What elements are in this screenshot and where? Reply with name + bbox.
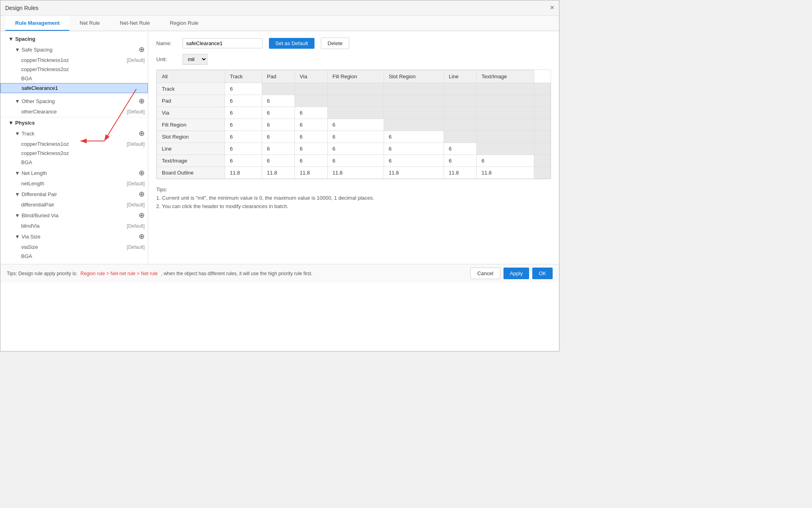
col-track[interactable]: Track (225, 70, 262, 83)
col-all[interactable]: All (157, 70, 225, 83)
cell[interactable] (262, 83, 295, 95)
col-via[interactable]: Via (295, 70, 328, 83)
apply-button[interactable]: Apply (504, 268, 529, 279)
blindvia-item[interactable]: blindVia [Default] (0, 221, 148, 230)
cell[interactable]: 6 (444, 143, 476, 155)
cell[interactable]: 6 (225, 131, 262, 143)
net-length-add-button[interactable]: ⊕ (139, 169, 145, 177)
cell[interactable]: 6 (225, 83, 262, 95)
cell[interactable]: 6 (384, 155, 444, 167)
differentialpair-item[interactable]: differentialPair [Default] (0, 200, 148, 209)
cell[interactable] (534, 95, 551, 107)
copper1oz-safe-item[interactable]: copperThickness1oz [Default] (0, 56, 148, 65)
cell[interactable]: 6 (328, 143, 384, 155)
cell[interactable] (534, 83, 551, 95)
cell[interactable] (384, 119, 444, 131)
cell[interactable]: 6 (225, 95, 262, 107)
cell[interactable]: 6 (225, 107, 262, 119)
copper1oz-track-item[interactable]: copperThickness1oz [Default] (0, 139, 148, 149)
cell[interactable] (444, 119, 476, 131)
cell[interactable]: 6 (444, 155, 476, 167)
track-add-button[interactable]: ⊕ (139, 129, 145, 138)
copper2oz-track-item[interactable]: copperThickness2oz (0, 149, 148, 158)
cell[interactable]: 11.8 (225, 167, 262, 179)
cell[interactable]: 11.8 (262, 167, 295, 179)
tab-net-rule[interactable]: Net Rule (70, 16, 110, 31)
cell[interactable]: 6 (328, 119, 384, 131)
cell[interactable] (534, 167, 551, 179)
cell[interactable]: 6 (262, 107, 295, 119)
diff-pair-section[interactable]: ▼ Differential Pair ⊕ (0, 188, 148, 200)
col-text-image[interactable]: Text/Image (476, 70, 534, 83)
tab-net-net-rule[interactable]: Net-Net Rule (110, 16, 160, 31)
bga-safe-item[interactable]: BGA (0, 74, 148, 83)
net-length-section[interactable]: ▼ Net Length ⊕ (0, 167, 148, 179)
cell[interactable] (476, 107, 534, 119)
cell[interactable]: 6 (295, 155, 328, 167)
col-slot-region[interactable]: Slot Region (384, 70, 444, 83)
cell[interactable] (328, 107, 384, 119)
cell[interactable]: 6 (225, 143, 262, 155)
cell[interactable]: 6 (328, 155, 384, 167)
ok-button[interactable]: OK (532, 268, 553, 279)
other-spacing-add-button[interactable]: ⊕ (139, 97, 145, 105)
cell[interactable] (476, 143, 534, 155)
cell[interactable] (295, 95, 328, 107)
cell[interactable] (444, 95, 476, 107)
cell[interactable] (444, 83, 476, 95)
cell[interactable]: 6 (262, 95, 295, 107)
cell[interactable]: 6 (384, 131, 444, 143)
viasize-item[interactable]: viaSize [Default] (0, 242, 148, 252)
bga-track-item[interactable]: BGA (0, 158, 148, 167)
cell[interactable]: 6 (225, 119, 262, 131)
cell[interactable] (534, 107, 551, 119)
otherclearance-item[interactable]: otherClearance [Default] (0, 107, 148, 116)
safeclearance1-item[interactable] (0, 83, 148, 93)
cell[interactable] (384, 107, 444, 119)
cell[interactable] (328, 83, 384, 95)
via-size-section[interactable]: ▼ Via Size ⊕ (0, 230, 148, 242)
col-fill-region[interactable]: Fill Region (328, 70, 384, 83)
other-spacing-section[interactable]: ▼ Other Spacing ⊕ (0, 95, 148, 107)
cell[interactable] (444, 131, 476, 143)
spacing-section[interactable]: ▼ Spacing (0, 34, 148, 44)
set-default-button[interactable]: Set as Default (269, 38, 314, 49)
cell[interactable]: 11.8 (444, 167, 476, 179)
blind-buried-section[interactable]: ▼ Blind/Buried Via ⊕ (0, 209, 148, 221)
cell[interactable] (384, 95, 444, 107)
tab-rule-management[interactable]: Rule Management (5, 16, 70, 31)
cell[interactable] (444, 107, 476, 119)
cell[interactable]: 6 (328, 131, 384, 143)
cell[interactable]: 6 (262, 143, 295, 155)
cell[interactable] (534, 131, 551, 143)
safe-spacing-section[interactable]: ▼ Safe Spacing ⊕ (0, 44, 148, 56)
cancel-button[interactable]: Cancel (470, 268, 500, 279)
diff-pair-add-button[interactable]: ⊕ (139, 190, 145, 198)
cell[interactable]: 6 (295, 107, 328, 119)
physics-section[interactable]: ▼ Physics (0, 118, 148, 127)
cell[interactable]: 6 (262, 131, 295, 143)
track-section[interactable]: ▼ Track ⊕ (0, 127, 148, 139)
cell[interactable]: 11.8 (476, 167, 534, 179)
cell[interactable] (476, 83, 534, 95)
delete-button[interactable]: Delete (321, 38, 350, 49)
cell[interactable] (476, 95, 534, 107)
cell[interactable] (534, 155, 551, 167)
cell[interactable]: 6 (476, 155, 534, 167)
copper2oz-safe-item[interactable]: copperThickness2oz (0, 65, 148, 74)
cell[interactable] (295, 83, 328, 95)
cell[interactable] (476, 131, 534, 143)
cell[interactable]: 11.8 (295, 167, 328, 179)
safe-spacing-add-button[interactable]: ⊕ (139, 45, 145, 54)
col-pad[interactable]: Pad (262, 70, 295, 83)
cell[interactable]: 6 (295, 131, 328, 143)
cell[interactable] (534, 119, 551, 131)
cell[interactable]: 11.8 (328, 167, 384, 179)
name-input[interactable] (183, 38, 263, 48)
cell[interactable]: 11.8 (384, 167, 444, 179)
unit-select[interactable]: mil mm inch (183, 54, 207, 65)
via-size-add-button[interactable]: ⊕ (139, 232, 145, 241)
cell[interactable]: 6 (262, 119, 295, 131)
cell[interactable] (476, 119, 534, 131)
cell[interactable] (534, 143, 551, 155)
